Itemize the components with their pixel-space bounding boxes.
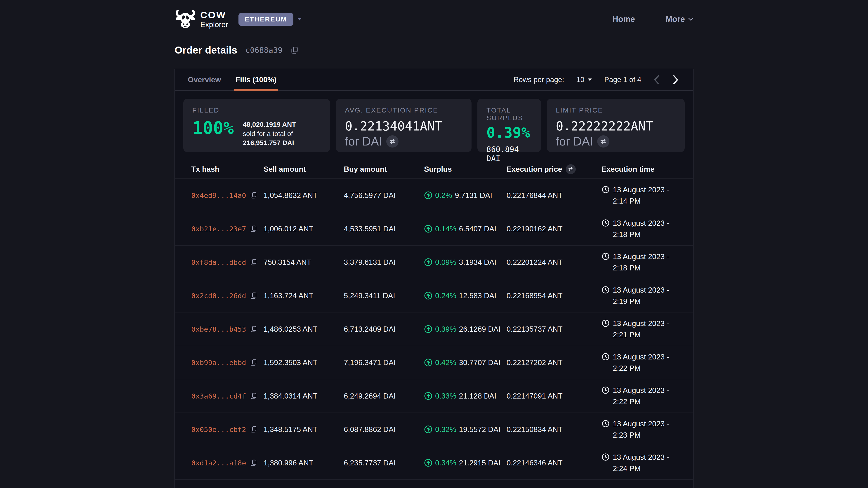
surplus-cell: 0.39% 26.1269 DAI [424,325,506,333]
surplus-amount: 9.7131 DAI [455,191,492,200]
tx-hash-cell: 0xd1a2...a18e [191,459,264,467]
copy-tx-hash-button[interactable] [250,225,257,232]
total-surplus-card: TOTAL SURPLUS 0.39% 860.894 DAI [477,99,541,152]
execution-time-text: 13 August 2023 - 2:22 PM [613,385,681,407]
copy-order-id-button[interactable] [290,46,299,54]
surplus-percent: 0.2% [435,191,452,200]
execution-price-cell: 0.22147091 ANT [506,392,601,400]
tx-hash-cell: 0x4ed9...14a0 [191,191,264,199]
next-page-button[interactable] [672,75,680,85]
avg-price-unit-row: for DAI [345,134,463,148]
avg-price-value: 0.22134041ANT [345,119,463,133]
copy-icon [250,426,257,433]
execution-price-cell: 0.22168954 ANT [506,291,601,300]
limit-price-unit-row: for DAI [556,134,676,148]
buy-amount-cell: 4,533.5951 DAI [344,225,424,233]
surplus-cell: 0.32% 19.5572 DAI [424,425,506,434]
avg-price-label: AVG. EXECUTION PRICE [345,106,463,114]
execution-time-cell: 13 August 2023 - 2:21 PM [601,318,684,340]
execution-price-cell: 0.22190162 ANT [506,225,601,233]
execution-time-cell: 13 August 2023 - 2:14 PM [601,184,684,206]
surplus-up-arrow-icon [424,225,432,233]
order-id: c0688a39 [246,46,283,55]
tx-hash-cell: 0xf8da...dbcd [191,258,264,266]
nav-home[interactable]: Home [612,14,635,24]
chevron-left-icon [653,75,659,85]
surplus-percent: 0.42% [435,358,456,367]
table-row: 0xb21e...23e7 1,006.012 ANT 4,533.5951 D… [175,212,693,246]
chevron-right-icon [673,75,679,85]
tx-hash-link[interactable]: 0x3a69...cd4f [191,392,246,400]
tab-overview[interactable]: Overview [188,69,221,90]
nav-home-label: Home [612,14,635,24]
execution-time-text: 13 August 2023 - 2:19 PM [613,285,681,307]
copy-tx-hash-button[interactable] [250,292,257,299]
tx-hash-cell: 0x3a69...cd4f [191,392,264,400]
table-row: 0x2cd0...26dd 1,163.724 ANT 5,249.3411 D… [175,279,693,313]
select-caret-icon [587,78,592,81]
copy-tx-hash-button[interactable] [250,359,257,366]
surplus-amount: 19.5572 DAI [459,425,500,434]
brand-group: COW Explorer ETHEREUM [175,10,302,29]
copy-tx-hash-button[interactable] [250,426,257,433]
invert-limit-price-button[interactable] [597,135,610,148]
filled-body: 100% 48,020.1919 ANT sold for a total of… [192,120,321,148]
tx-hash-link[interactable]: 0x050e...cbf2 [191,425,246,433]
execution-time-text: 13 August 2023 - 2:14 PM [613,184,681,206]
buy-amount-cell: 7,196.3471 DAI [344,358,424,367]
brand-wordmark[interactable]: COW Explorer [200,10,228,28]
network-selector-chip[interactable]: ETHEREUM [239,13,293,26]
tx-hash-link[interactable]: 0xb99a...ebbd [191,359,246,367]
copy-icon [250,292,257,299]
copy-tx-hash-button[interactable] [250,258,257,266]
copy-icon [250,192,257,199]
chevron-down-icon [688,18,693,21]
order-panel: Overview Fills (100%) Rows per page: 10 … [175,69,693,488]
invert-price-button[interactable] [386,135,399,148]
execution-time-text: 13 August 2023 - 2:22 PM [613,351,681,374]
tx-hash-link[interactable]: 0x4ed9...14a0 [191,191,246,199]
prev-page-button[interactable] [652,75,661,85]
network-caret-down-icon[interactable] [297,18,302,21]
filled-sold-total: 216,951.757 DAI [243,139,294,147]
filled-detail: 48,020.1919 ANT sold for a total of 216,… [243,120,321,148]
avg-execution-price-card: AVG. EXECUTION PRICE 0.22134041ANT for D… [336,99,471,152]
copy-tx-hash-button[interactable] [250,459,257,466]
surplus-cell: 0.34% 21.2915 DAI [424,459,506,467]
surplus-amount: 3.1934 DAI [459,258,496,267]
clock-icon [601,219,610,227]
filled-card: FILLED 100% 48,020.1919 ANT sold for a t… [183,99,330,152]
surplus-amount: 30.7707 DAI [459,358,500,367]
surplus-cell: 0.42% 30.7707 DAI [424,358,506,367]
table-controls: Rows per page: 10 Page 1 of 4 [514,69,680,90]
total-surplus-label: TOTAL SURPLUS [487,106,532,122]
sell-amount-cell: 1,348.5175 ANT [264,425,344,434]
surplus-cell: 0.2% 9.7131 DAI [424,191,506,200]
swap-arrows-icon [600,138,607,145]
column-header-execution-time: Execution time [601,165,684,173]
invert-execution-price-button[interactable] [566,164,576,174]
execution-time-text: 13 August 2023 - 2:24 PM [613,452,681,474]
avg-price-unit: for DAI [345,134,382,148]
main-nav: Home More [612,14,693,24]
buy-amount-cell: 6,235.7737 DAI [344,459,424,467]
execution-time-cell: 13 August 2023 - 2:23 PM [601,418,684,441]
tx-hash-link[interactable]: 0x2cd0...26dd [191,292,246,300]
copy-tx-hash-button[interactable] [250,325,257,333]
rows-per-page-select[interactable]: 10 [575,75,594,84]
tx-hash-link[interactable]: 0xb21e...23e7 [191,225,246,233]
execution-price-cell: 0.22135737 ANT [506,325,601,333]
surplus-up-arrow-icon [424,358,432,367]
cow-explorer-logo[interactable] [175,10,196,29]
tx-hash-link[interactable]: 0xf8da...dbcd [191,258,246,266]
tab-bar: Overview Fills (100%) Rows per page: 10 … [175,69,693,91]
copy-tx-hash-button[interactable] [250,392,257,400]
tab-fills[interactable]: Fills (100%) [236,69,277,90]
buy-amount-cell: 5,249.3411 DAI [344,291,424,300]
nav-more[interactable]: More [665,14,693,24]
tx-hash-link[interactable]: 0xbe78...b453 [191,325,246,333]
copy-tx-hash-button[interactable] [250,192,257,199]
execution-time-cell: 13 August 2023 - 2:19 PM [601,285,684,307]
tx-hash-link[interactable]: 0xd1a2...a18e [191,459,246,467]
copy-icon [250,325,257,333]
